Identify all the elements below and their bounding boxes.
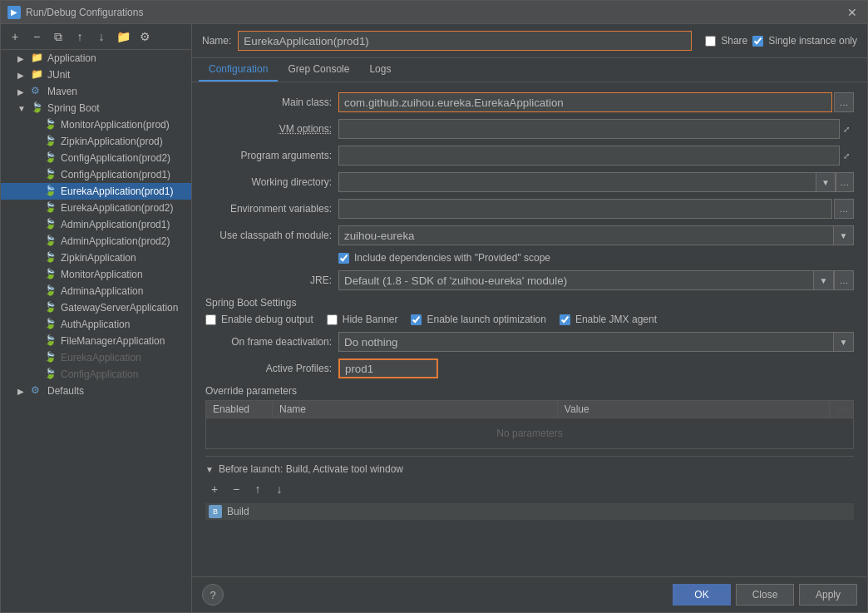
env-vars-input[interactable] [338, 199, 832, 219]
working-dir-arrow-button[interactable]: ▼ [816, 172, 835, 192]
tab-grep-console[interactable]: Grep Console [278, 58, 359, 82]
move-up-button[interactable]: ↑ [71, 27, 89, 46]
sidebar-item-spring-boot[interactable]: ▼ 🍃 Spring Boot [1, 100, 191, 116]
before-launch-remove-button[interactable]: − [227, 480, 245, 498]
col-scroll: >> [830, 401, 854, 418]
override-params-section: Override parameters Enabled Name Value >… [205, 385, 854, 449]
sidebar-item-filemanager[interactable]: 🍃 FileManagerApplication [1, 333, 191, 349]
sidebar-item-config-prod1[interactable]: 🍃 ConfigApplication(prod1) [1, 166, 191, 183]
sidebar-item-zipkin-prod[interactable]: 🍃 ZipkinApplication(prod) [1, 133, 191, 150]
remove-config-button[interactable]: − [27, 27, 46, 46]
program-args-expand-button[interactable]: ⤢ [840, 146, 854, 166]
spring-icon-4: 🍃 [44, 168, 57, 181]
jre-label: JRE: [205, 274, 338, 286]
hide-banner-label: Hide Banner [343, 314, 398, 325]
jre-select[interactable]: Default (1.8 - SDK of 'zuihou-eureka' mo… [338, 270, 814, 290]
working-dir-browse-button[interactable]: … [836, 172, 854, 192]
working-dir-input-group: ▼ … [338, 172, 854, 192]
on-frame-select[interactable]: Do nothing [338, 332, 834, 352]
share-checkbox[interactable] [705, 36, 716, 47]
working-dir-input[interactable] [338, 172, 816, 192]
before-launch-up-button[interactable]: ↑ [249, 480, 267, 498]
tab-configuration[interactable]: Configuration [199, 58, 278, 82]
close-dialog-button[interactable]: Close [736, 584, 794, 606]
spring-icon-6: 🍃 [44, 201, 57, 215]
bottom-bar: ? OK Close Apply [192, 576, 867, 612]
working-dir-label: Working directory: [205, 176, 338, 188]
sidebar-item-eureka-prod2[interactable]: 🍃 EurekaApplication(prod2) [1, 200, 191, 216]
enable-jmx-checkbox[interactable] [560, 314, 570, 325]
sidebar-item-admina[interactable]: 🍃 AdminaApplication [1, 283, 191, 299]
include-deps-label: Include dependencies with "Provided" sco… [354, 252, 550, 264]
sidebar-item-defaults[interactable]: ▶ ⚙ Defaults [1, 383, 191, 399]
folder-button[interactable]: 📁 [114, 27, 132, 46]
enable-debug-label: Enable debug output [221, 314, 313, 325]
sort-button[interactable]: ⚙ [136, 27, 154, 46]
build-icon: B [209, 505, 222, 518]
sidebar-item-zipkin-prod-label: ZipkinApplication(prod) [61, 136, 163, 147]
jre-browse-button[interactable]: … [834, 270, 854, 290]
application-folder-icon: 📁 [31, 52, 44, 65]
classpath-select[interactable]: zuihou-eureka [338, 225, 834, 245]
sidebar-item-auth[interactable]: 🍃 AuthApplication [1, 316, 191, 333]
sidebar-item-admin-prod2[interactable]: 🍃 AdminApplication(prod2) [1, 233, 191, 250]
apply-button[interactable]: Apply [799, 584, 857, 606]
main-class-row: Main class: … [205, 92, 854, 112]
add-config-button[interactable]: + [6, 27, 24, 46]
vm-options-input[interactable] [338, 119, 840, 139]
on-frame-row: On frame deactivation: Do nothing ▼ [205, 332, 854, 352]
hide-banner-checkbox[interactable] [327, 314, 338, 325]
override-params-title: Override parameters [205, 385, 854, 397]
sidebar-item-junit[interactable]: ▶ 📁 JUnit [1, 67, 191, 83]
classpath-arrow-button[interactable]: ▼ [834, 225, 854, 245]
include-deps-checkbox[interactable] [338, 253, 349, 264]
vm-options-expand-button[interactable]: ⤢ [840, 119, 854, 139]
enable-debug-checkbox[interactable] [205, 314, 216, 325]
before-launch-down-button[interactable]: ↓ [270, 480, 289, 498]
expand-arrow-defaults: ▶ [17, 387, 31, 396]
enable-jmx-label: Enable JMX agent [575, 314, 657, 325]
working-dir-control: ▼ … [338, 172, 854, 192]
close-button[interactable]: ✕ [844, 4, 861, 21]
sidebar-item-gateway[interactable]: 🍃 GatewayServerApplication [1, 299, 191, 316]
sidebar-item-admin-prod1[interactable]: 🍃 AdminApplication(prod1) [1, 216, 191, 233]
sidebar-item-application[interactable]: ▶ 📁 Application [1, 50, 191, 67]
before-launch-triangle-icon: ▼ [205, 465, 214, 474]
sidebar-item-junit-label: JUnit [47, 69, 70, 81]
jre-arrow-button[interactable]: ▼ [814, 270, 834, 290]
main-class-browse-button[interactable]: … [834, 92, 854, 112]
name-input[interactable] [238, 31, 692, 51]
on-frame-arrow-button[interactable]: ▼ [834, 332, 854, 352]
sidebar-item-eureka-prod1[interactable]: 🍃 EurekaApplication(prod1) [1, 183, 191, 200]
move-down-button[interactable]: ↓ [92, 27, 111, 46]
main-class-input[interactable] [338, 92, 832, 112]
env-vars-row: Environment variables: … [205, 199, 854, 219]
sidebar-item-admin-prod1-label: AdminApplication(prod1) [61, 219, 170, 230]
help-button[interactable]: ? [202, 584, 224, 606]
sidebar-item-config-disabled[interactable]: 🍃 ConfigApplication [1, 366, 191, 383]
sidebar-item-config-prod2[interactable]: 🍃 ConfigApplication(prod2) [1, 150, 191, 166]
expand-arrow-spring-boot: ▼ [17, 104, 31, 113]
sidebar-item-monitor[interactable]: 🍃 MonitorApplication [1, 266, 191, 283]
spring-icon-7: 🍃 [44, 218, 57, 231]
sidebar-item-monitor-prod[interactable]: 🍃 MonitorApplication(prod) [1, 116, 191, 133]
active-profiles-input[interactable] [338, 358, 438, 378]
program-args-input[interactable] [338, 146, 840, 166]
tab-logs[interactable]: Logs [359, 58, 401, 82]
copy-config-button[interactable]: ⧉ [49, 27, 67, 46]
enable-jmx-checkbox-row: Enable JMX agent [560, 314, 657, 325]
spring-icon-11: 🍃 [44, 284, 57, 298]
sidebar-item-eureka-disabled[interactable]: 🍃 EurekaApplication [1, 349, 191, 366]
main-class-control: … [338, 92, 854, 112]
sidebar-item-zipkin[interactable]: 🍃 ZipkinApplication [1, 250, 191, 266]
name-label: Name: [202, 35, 231, 47]
sidebar-item-maven[interactable]: ▶ ⚙ Maven [1, 83, 191, 100]
main-panel: Name: Share Single instance only Configu… [192, 24, 867, 612]
env-vars-browse-button[interactable]: … [834, 199, 854, 219]
before-launch-add-button[interactable]: + [205, 480, 224, 498]
sidebar-toolbar: + − ⧉ ↑ ↓ 📁 ⚙ [1, 24, 191, 50]
enable-launch-checkbox[interactable] [411, 314, 422, 325]
ok-button[interactable]: OK [673, 584, 731, 606]
single-instance-checkbox[interactable] [752, 36, 763, 47]
before-launch-label: Before launch: Build, Activate tool wind… [219, 463, 403, 475]
